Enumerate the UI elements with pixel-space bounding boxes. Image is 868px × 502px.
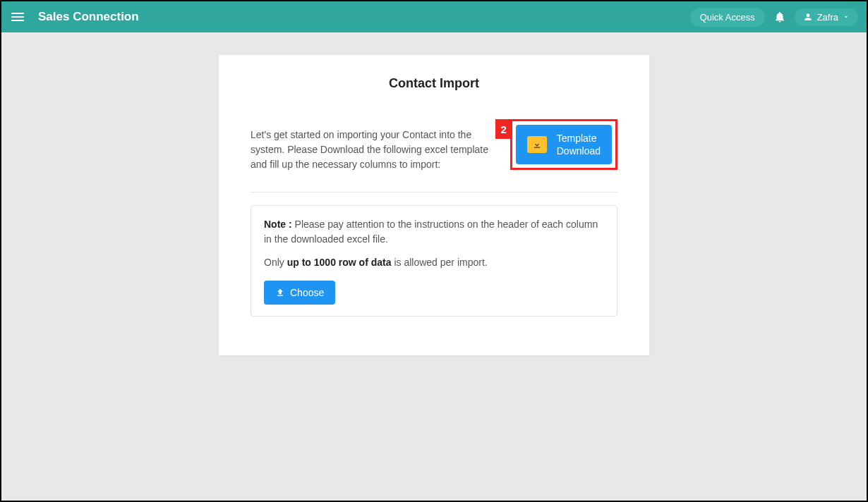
template-download-callout: 2 Template Download <box>510 119 617 170</box>
limit-bold: up to 1000 row of data <box>287 257 392 268</box>
app-title: Sales Connection <box>38 10 139 24</box>
choose-button-label: Choose <box>290 287 324 298</box>
main-area: Contact Import Let's get started on impo… <box>1 32 867 378</box>
upload-icon <box>275 288 285 298</box>
hamburger-menu-icon[interactable] <box>10 10 25 24</box>
intro-line2: Please Download the following excel temp… <box>251 144 488 170</box>
intro-section: Let's get started on importing your Cont… <box>251 128 617 192</box>
user-name-label: Zafra <box>817 12 838 23</box>
intro-text: Let's get started on importing your Cont… <box>251 128 503 172</box>
note-label: Note : <box>264 219 292 230</box>
choose-file-button[interactable]: Choose <box>264 281 335 305</box>
limit-text: Only up to 1000 row of data is allowed p… <box>264 257 604 268</box>
template-btn-line2: Download <box>557 145 601 157</box>
template-btn-line1: Template <box>557 132 601 145</box>
folder-download-icon <box>527 136 547 153</box>
topbar: Sales Connection Quick Access Zafra <box>1 1 867 32</box>
card-title: Contact Import <box>251 76 617 91</box>
callout-step-number: 2 <box>495 119 512 139</box>
topbar-left: Sales Connection <box>10 10 139 24</box>
limit-prefix: Only <box>264 257 287 268</box>
note-box: Note : Please pay attention to the instr… <box>251 205 617 317</box>
user-menu-button[interactable]: Zafra <box>795 8 858 26</box>
template-button-text: Template Download <box>557 132 601 157</box>
chevron-down-icon <box>843 13 850 20</box>
topbar-right: Quick Access Zafra <box>690 8 858 27</box>
app-frame: Sales Connection Quick Access Zafra Cont… <box>0 0 868 502</box>
quick-access-button[interactable]: Quick Access <box>690 8 765 27</box>
import-card: Contact Import Let's get started on impo… <box>219 55 649 355</box>
template-download-button[interactable]: Template Download <box>516 125 612 164</box>
notification-bell-icon[interactable] <box>773 11 786 23</box>
note-body: Please pay attention to the instructions… <box>264 219 598 245</box>
user-icon <box>803 12 813 22</box>
limit-suffix: is allowed per import. <box>392 257 488 268</box>
note-text: Note : Please pay attention to the instr… <box>264 217 604 247</box>
